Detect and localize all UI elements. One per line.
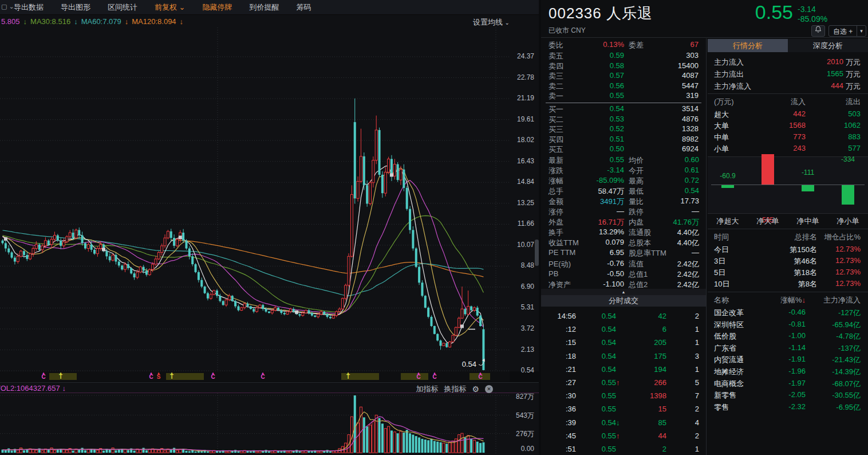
tick-row[interactable]: :360.55152 [549,405,699,413]
price-axis-label: 18.02 [510,136,534,144]
orderbook-row[interactable]: 卖三0.574087 [549,71,699,81]
sector-row[interactable]: 广东省-1.14-137亿 [714,343,861,354]
fund-table-row: 大单15681062 [714,121,861,131]
sector-table-header: 名称涨幅%↓主力净流入 [714,295,861,305]
price-axis-label: 22.78 [510,73,534,81]
sector-row[interactable]: 零售-2.32-6.95亿 [714,402,861,413]
net-bar-category: 净中单 [788,216,828,226]
toolbar-item-4[interactable]: 隐藏停牌 [203,2,232,13]
orderbook-row[interactable]: 卖一0.55319 [549,91,699,101]
event-marker-c-icon[interactable]: ▲C [148,372,155,380]
window-icon[interactable]: ▢ ⌄ [1,3,14,10]
net-bar-category: 净小单 [828,216,868,226]
sector-row[interactable]: 内贸流通-1.91-21.43亿 [714,355,861,365]
stats-row: 外盘16.71万内盘41.76万 [549,217,699,227]
net-bar [762,154,774,185]
event-marker-t-icon[interactable]: ▲T [168,372,175,380]
orderbook-column: 委比0.13%委差67卖五0.59303卖四0.5815400卖三0.57408… [541,38,706,455]
stats-row: 最新0.55均价0.60 [549,155,699,166]
tab-depth-analysis[interactable]: 深度分析 [788,39,868,52]
net-baseline [711,185,865,185]
event-band [401,373,428,380]
net-bar-label: -60.9 [711,172,745,180]
chart-scrollbar[interactable] [535,240,539,266]
watchlist-caret-icon[interactable]: ▾ [857,26,866,36]
candlestick-chart[interactable] [0,28,510,371]
flow-row: 主力流出1565万元 [714,69,861,80]
tick-row[interactable]: :150.542051 [549,338,699,347]
tick-row[interactable]: :180.541753 [549,352,699,360]
orderbook-row[interactable]: 卖四0.5815400 [549,61,699,72]
orderbook-row[interactable]: 买一0.543514 [549,104,699,115]
watchlist-button[interactable]: 自选 + ▾ [828,25,866,37]
orderbook-row[interactable]: 买三0.521328 [549,124,699,135]
volume-chart[interactable] [0,393,510,455]
stock-change: -3.14-85.09% [798,5,827,24]
stats-row: 金额3491万量比17.73 [549,197,699,207]
net-bar [842,185,854,205]
diff-value: 67 [644,40,699,50]
event-marker-c-icon[interactable]: ▲C [40,372,47,380]
tick-row[interactable]: :210.541941 [549,365,699,374]
sector-row[interactable]: 电商概念-1.97-68.07亿 [714,379,861,389]
tick-row[interactable]: 14:560.54422 [549,312,699,320]
tick-row[interactable]: :270.55↑2665 [549,378,699,387]
stats-row: 收益TTM0.079总股本4.40亿 [549,238,699,248]
tick-panel-title: 分时成交 [541,295,706,307]
orderbook-row[interactable]: 买四0.518982 [549,135,699,145]
event-marker-c-icon[interactable]: ▲C [431,372,438,380]
rank-table-row: 5日第18名12.73% [714,268,861,278]
ratio-label: 委比 [549,40,578,50]
tick-row[interactable]: :450.55↑442 [549,432,699,440]
event-marker-t-icon[interactable]: ▲T [345,372,352,380]
toolbar-item-5[interactable]: 到价提醒 [250,2,279,13]
ma-settings-button[interactable]: 设置均线 ⌄ [441,17,510,28]
divider [708,292,868,292]
net-bar-category: 净超大 [708,216,748,226]
event-marker-s-icon[interactable]: ▲S [155,372,162,380]
toolbar-item-3[interactable]: 前复权 ⌄ [155,2,186,13]
tick-row[interactable]: :120.5461 [549,325,699,334]
orderbook-row[interactable]: 买二0.534876 [549,115,699,125]
price-axis-label: 14.84 [510,178,534,186]
stats-row: PE(动)-0.76流值2.42亿 [549,259,699,269]
analysis-tabs: 行情分析深度分析 [708,39,868,52]
tab-market-analysis[interactable]: 行情分析 [708,39,788,52]
fund-table-row: 小单243577 [714,144,861,154]
alert-bell-button[interactable] [811,25,825,37]
tick-row[interactable]: :390.54↓854 [549,418,699,427]
close-indicator-icon[interactable]: ✕ [485,385,493,393]
event-marker-t-icon[interactable]: ▲T [57,372,64,380]
orderbook-row[interactable]: 买五0.506924 [549,144,699,155]
sector-row[interactable]: 深圳特区-0.81-65.94亿 [714,320,861,330]
gear-icon[interactable]: ⚙ [472,385,479,394]
fund-table-row: 中单773883 [714,132,861,143]
stats-row: PE TTM6.95股息率TTM— [549,248,699,258]
tick-row[interactable]: :300.5513987 [549,391,699,400]
event-marker-c-icon[interactable]: ▲C [259,372,266,380]
tick-row[interactable]: :510.5521 [549,445,699,453]
price-axis-label: 24.37 [510,52,534,60]
sector-row[interactable]: 国企改革-0.46-127亿 [714,308,861,318]
orderbook-row[interactable]: 卖二0.565447 [549,81,699,92]
sector-row[interactable]: 低价股-1.00-4.78亿 [714,331,861,342]
stats-row: 涨停—跌停— [549,207,699,217]
toolbar-item-1[interactable]: 导出图形 [61,2,90,13]
toolbar-item-6[interactable]: 筹码 [297,2,311,13]
sector-row[interactable]: 地摊经济-1.96-14.39亿 [714,367,861,377]
flow-row: 主力流入2010万元 [714,57,861,68]
stats-row: PB-0.50总值12.42亿 [549,269,699,280]
tick-collapse-handle[interactable]: ▲ [541,289,706,295]
event-marker-c-icon[interactable]: ▲C [415,372,422,380]
stats-row: 涨幅-85.09%最高0.72 [549,176,699,186]
toolbar-item-2[interactable]: 区间统计 [108,2,137,13]
sector-row[interactable]: 新零售-2.05-30.55亿 [714,390,861,401]
chart-toolbar: ▢ ⌄ 导出数据导出图形区间统计前复权 ⌄隐藏停牌到价提醒筹码 [0,0,539,15]
trading-terminal: ▢ ⌄ 导出数据导出图形区间统计前复权 ⌄隐藏停牌到价提醒筹码 ✎ 5.805↓… [0,0,868,455]
orderbook-row[interactable]: 卖五0.59303 [549,51,699,61]
event-marker-c-icon[interactable]: ▲C [210,372,216,380]
toolbar-item-0[interactable]: 导出数据 [14,2,44,13]
event-marker-c-icon[interactable]: ▲C [477,372,484,380]
net-funds-chart: -60.9505-111-334 [708,156,868,214]
stats-row: 涨跌-3.14今开0.61 [549,166,699,176]
